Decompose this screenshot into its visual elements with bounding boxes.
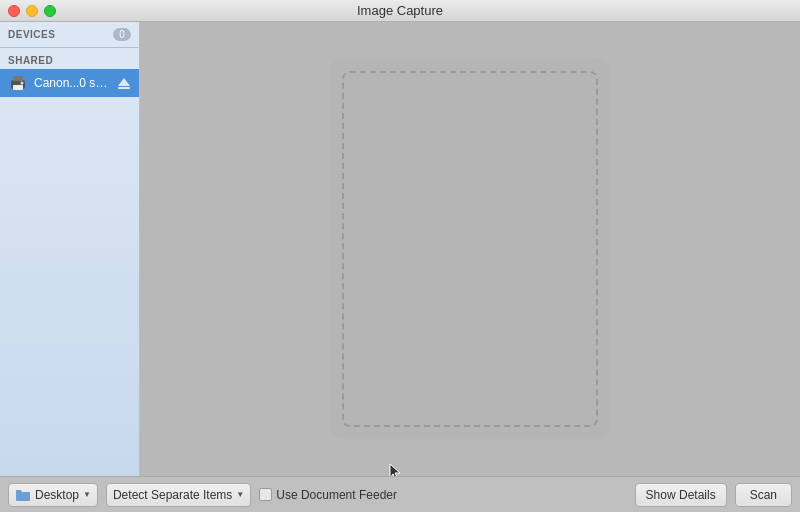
svg-rect-1: [13, 76, 23, 81]
detect-label: Detect Separate Items: [113, 488, 232, 502]
folder-label: Desktop: [35, 488, 79, 502]
close-button[interactable]: [8, 5, 20, 17]
shared-label: SHARED: [0, 50, 139, 69]
svg-rect-2: [13, 85, 23, 90]
folder-icon: [15, 489, 31, 501]
devices-label: DEVICES: [8, 29, 55, 40]
traffic-lights: [8, 5, 56, 17]
cursor-indicator: [388, 462, 402, 476]
sidebar-item-canon[interactable]: Canon...0 series: [0, 69, 139, 97]
toolbar: Desktop ▼ Detect Separate Items ▼ Use Do…: [0, 476, 800, 512]
folder-dropdown-arrow: ▼: [83, 490, 91, 499]
doc-feeder-checkbox[interactable]: [259, 488, 272, 501]
scan-area: [140, 22, 800, 476]
svg-marker-4: [118, 78, 130, 86]
doc-feeder-row: Use Document Feeder: [259, 488, 397, 502]
eject-icon: [117, 76, 131, 90]
sidebar-divider: [0, 47, 139, 48]
scan-border: [342, 71, 598, 427]
show-details-button[interactable]: Show Details: [635, 483, 727, 507]
scan-preview: [330, 59, 610, 439]
folder-select[interactable]: Desktop ▼: [8, 483, 98, 507]
svg-point-3: [21, 82, 24, 85]
title-bar: Image Capture: [0, 0, 800, 22]
printer-icon: [8, 73, 28, 93]
sidebar-item-label: Canon...0 series: [34, 76, 111, 90]
detect-dropdown[interactable]: Detect Separate Items ▼: [106, 483, 251, 507]
main-content: DEVICES 0 SHARED Canon...0 series: [0, 22, 800, 476]
sidebar: DEVICES 0 SHARED Canon...0 series: [0, 22, 140, 476]
window-title: Image Capture: [357, 3, 443, 18]
devices-badge: 0: [113, 28, 131, 41]
detect-dropdown-arrow: ▼: [236, 490, 244, 499]
minimize-button[interactable]: [26, 5, 38, 17]
svg-rect-5: [118, 87, 130, 89]
devices-section-header: DEVICES 0: [0, 22, 139, 45]
doc-feeder-label: Use Document Feeder: [276, 488, 397, 502]
maximize-button[interactable]: [44, 5, 56, 17]
scan-button[interactable]: Scan: [735, 483, 792, 507]
